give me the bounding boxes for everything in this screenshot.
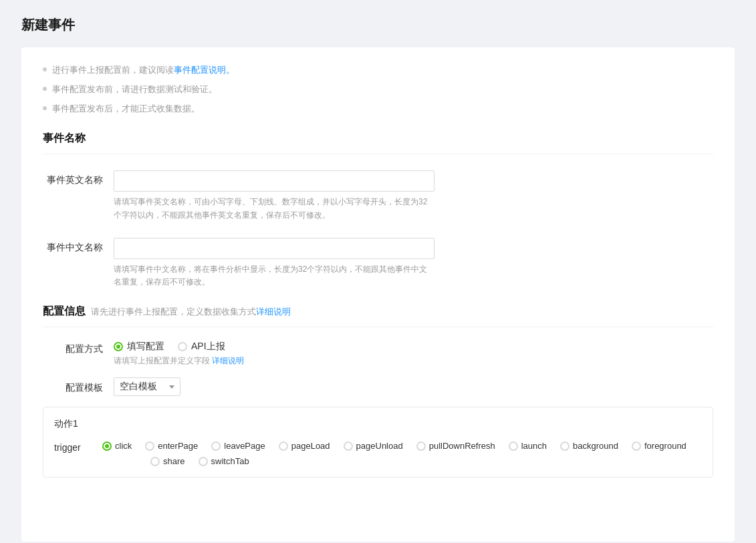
- trigger-enterpage-circle: [145, 441, 154, 451]
- english-name-hint: 请填写事件英文名称，可由小写字母、下划线、数字组成，并以小写字母开头，长度为32…: [114, 196, 434, 221]
- action-block: 动作1 trigger click: [43, 407, 713, 478]
- trigger-switchtab[interactable]: switchTab: [199, 456, 249, 466]
- english-name-row: 事件英文名称 请填写事件英文名称，可由小写字母、下划线、数字组成，并以小写字母开…: [43, 170, 713, 221]
- trigger-pulldownrefresh-label: pullDownRefresh: [429, 441, 495, 451]
- chinese-name-row: 事件中文名称 请填写事件中文名称，将在事件分析中显示，长度为32个字符以内，不能…: [43, 238, 713, 289]
- radio-fill-circle: [114, 342, 123, 351]
- template-select[interactable]: 空白模板: [114, 377, 180, 396]
- trigger-background[interactable]: background: [560, 441, 618, 451]
- chinese-name-input[interactable]: [114, 238, 434, 259]
- radio-api[interactable]: API上报: [178, 341, 225, 353]
- trigger-row: trigger click enterPage: [54, 441, 702, 466]
- config-subtitle-link[interactable]: 详细说明: [256, 307, 291, 317]
- trigger-switchtab-circle: [199, 457, 208, 466]
- chevron-down-icon: [169, 385, 174, 389]
- tips-section: 进行事件上报配置前，建议阅读事件配置说明。 事件配置发布前，请进行数据测试和验证…: [43, 63, 713, 116]
- page-title: 新建事件: [21, 16, 735, 34]
- trigger-share-label: share: [163, 456, 185, 466]
- config-method-radio-group: 填写配置 API上报 请填写上报配置并定义字段 详细说明: [114, 341, 244, 367]
- trigger-foreground-circle: [632, 441, 641, 451]
- trigger-pageunload-circle: [344, 441, 353, 451]
- template-select-text: 空白模板: [120, 381, 164, 393]
- trigger-label: trigger: [54, 441, 94, 453]
- trigger-pageload[interactable]: pageLoad: [279, 441, 330, 451]
- trigger-pageunload-label: pageUnload: [356, 441, 403, 451]
- template-label: 配置模板: [43, 379, 103, 394]
- radio-api-label: API上报: [191, 341, 225, 353]
- english-name-input[interactable]: [114, 170, 434, 192]
- trigger-foreground[interactable]: foreground: [632, 441, 686, 451]
- tip-text-2: 事件配置发布前，请进行数据测试和验证。: [52, 83, 217, 97]
- chinese-name-label: 事件中文名称: [43, 238, 103, 254]
- trigger-foreground-label: foreground: [644, 441, 686, 451]
- main-card: 进行事件上报配置前，建议阅读事件配置说明。 事件配置发布前，请进行数据测试和验证…: [21, 47, 735, 542]
- trigger-share-circle: [150, 457, 160, 466]
- tip-item-3: 事件配置发布后，才能正式收集数据。: [43, 102, 713, 116]
- config-method-label: 配置方式: [43, 341, 103, 355]
- english-name-label: 事件英文名称: [43, 170, 103, 186]
- trigger-background-circle: [560, 441, 570, 451]
- chinese-name-field: 请填写事件中文名称，将在事件分析中显示，长度为32个字符以内，不能跟其他事件中文…: [114, 238, 434, 289]
- trigger-share[interactable]: share: [150, 456, 185, 466]
- tip-text-3: 事件配置发布后，才能正式收集数据。: [52, 102, 200, 116]
- trigger-switchtab-label: switchTab: [211, 456, 249, 466]
- config-method-hint-link[interactable]: 详细说明: [212, 356, 244, 365]
- chinese-name-hint: 请填写事件中文名称，将在事件分析中显示，长度为32个字符以内，不能跟其他事件中文…: [114, 263, 434, 289]
- trigger-options-row1: click enterPage leavePage: [102, 441, 686, 451]
- trigger-pageload-label: pageLoad: [291, 441, 330, 451]
- template-row: 配置模板 空白模板: [43, 377, 713, 396]
- action-title: 动作1: [54, 418, 702, 430]
- tip-item-2: 事件配置发布前，请进行数据测试和验证。: [43, 83, 713, 97]
- trigger-pulldownrefresh-circle: [416, 441, 426, 451]
- trigger-leavepage[interactable]: leavePage: [211, 441, 265, 451]
- trigger-click-circle: [102, 441, 112, 451]
- tip-text-1: 进行事件上报配置前，建议阅读事件配置说明。: [52, 63, 235, 77]
- tip-item-1: 进行事件上报配置前，建议阅读事件配置说明。: [43, 63, 713, 77]
- trigger-enterpage[interactable]: enterPage: [145, 441, 198, 451]
- config-section-title: 配置信息 请先进行事件上报配置，定义数据收集方式详细说明: [43, 305, 713, 327]
- trigger-pulldownrefresh[interactable]: pullDownRefresh: [416, 441, 495, 451]
- config-method-hint: 请填写上报配置并定义字段 详细说明: [114, 355, 244, 367]
- config-section: 配置信息 请先进行事件上报配置，定义数据收集方式详细说明 配置方式 填写配置: [43, 305, 713, 478]
- config-subtitle-text: 请先进行事件上报配置，定义数据收集方式: [91, 307, 256, 317]
- tip-dot-3: [43, 106, 47, 110]
- page-container: 新建事件 进行事件上报配置前，建议阅读事件配置说明。 事件配置发布前，请进行数据…: [0, 0, 756, 543]
- trigger-background-label: background: [573, 441, 618, 451]
- trigger-options-row2: share switchTab: [150, 456, 686, 466]
- config-method-row: 配置方式 填写配置 API上报 请填写上报配置并定义字段 详细说明: [43, 341, 713, 367]
- config-method-radio-row: 填写配置 API上报: [114, 341, 225, 353]
- trigger-launch-label: launch: [521, 441, 547, 451]
- trigger-click[interactable]: click: [102, 441, 132, 451]
- radio-fill-label: 填写配置: [127, 341, 164, 353]
- english-name-field: 请填写事件英文名称，可由小写字母、下划线、数字组成，并以小写字母开头，长度为32…: [114, 170, 434, 221]
- trigger-launch-circle: [509, 441, 518, 451]
- trigger-leavepage-label: leavePage: [224, 441, 265, 451]
- trigger-launch[interactable]: launch: [509, 441, 547, 451]
- tip-link-1[interactable]: 事件配置说明。: [174, 65, 235, 75]
- config-method-hint-text: 请填写上报配置并定义字段: [114, 356, 210, 365]
- event-name-section-title: 事件名称: [43, 132, 713, 154]
- trigger-enterpage-label: enterPage: [158, 441, 198, 451]
- tip-dot-2: [43, 87, 47, 91]
- trigger-pageunload[interactable]: pageUnload: [344, 441, 403, 451]
- radio-api-circle: [178, 342, 187, 351]
- trigger-pageload-circle: [279, 441, 288, 451]
- trigger-leavepage-circle: [211, 441, 221, 451]
- config-title-text: 配置信息: [43, 305, 86, 319]
- config-subtitle: 请先进行事件上报配置，定义数据收集方式详细说明: [91, 306, 291, 318]
- tip-dot-1: [43, 67, 47, 71]
- trigger-click-label: click: [115, 441, 132, 451]
- radio-fill[interactable]: 填写配置: [114, 341, 164, 353]
- trigger-options-container: click enterPage leavePage: [102, 441, 686, 466]
